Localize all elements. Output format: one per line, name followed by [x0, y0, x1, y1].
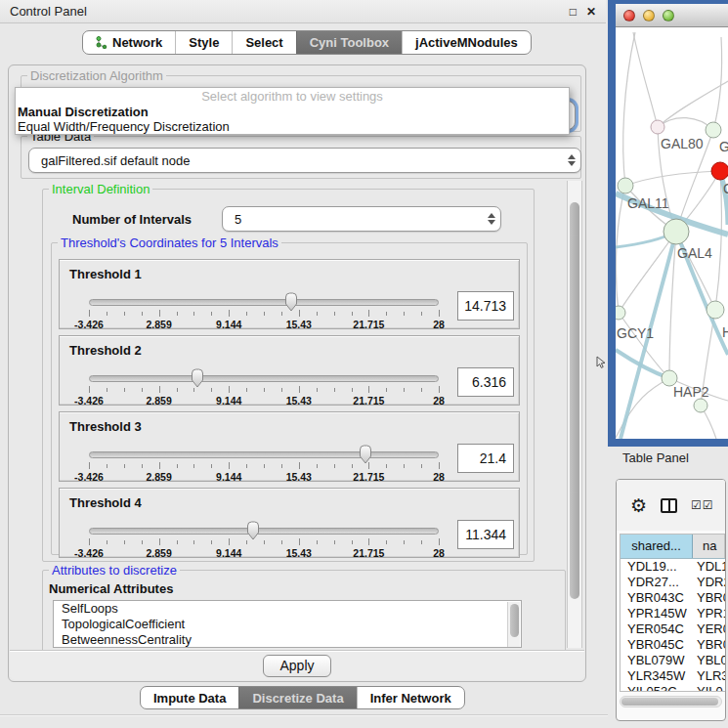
table-row[interactable]: YLR345WYLR3 — [621, 668, 725, 684]
slider-track[interactable] — [89, 375, 439, 382]
table-panel-title: Table Panel — [622, 450, 689, 465]
slider-thumb[interactable] — [283, 292, 299, 312]
panel-scrollbar-thumb[interactable] — [570, 202, 579, 599]
slider-thumb[interactable] — [190, 368, 205, 388]
split-columns-icon[interactable] — [661, 498, 677, 513]
network-node[interactable] — [664, 219, 689, 244]
network-node[interactable] — [707, 301, 724, 319]
threshold-slider-2[interactable]: -3.4262.8599.14415.4321.71528 — [89, 375, 439, 382]
table-hscrollbar[interactable] — [620, 696, 722, 707]
tick-mark — [439, 310, 440, 317]
network-node[interactable] — [618, 178, 633, 193]
table-row[interactable]: YBR045CYBR0 — [621, 637, 725, 653]
network-edge[interactable] — [625, 171, 720, 186]
control-panel-title: Control Panel — [10, 4, 560, 19]
attribute-list-item[interactable]: TopologicalCoefficient — [54, 617, 521, 632]
network-edge[interactable] — [633, 32, 658, 127]
dropdown-option-equal-width-frequency[interactable]: Equal Width/Frequency Discretization — [16, 119, 569, 134]
tab-style[interactable]: Style — [175, 31, 232, 54]
tick-label: -3.426 — [74, 471, 104, 483]
threshold-value-field[interactable]: 14.713 — [457, 291, 514, 321]
list-scrollbar[interactable] — [507, 602, 520, 648]
attribute-list-item[interactable]: BetweennessCentrality — [54, 632, 521, 648]
thresholds-coordinates-group-title: Threshold's Coordinates for 5 Intervals — [58, 236, 281, 250]
tick-label: 9.144 — [216, 319, 241, 330]
threshold-slider-4[interactable]: -3.4262.8599.14415.4321.71528 — [89, 528, 439, 535]
network-node[interactable] — [651, 120, 664, 134]
table-hscrollbar-thumb[interactable] — [621, 698, 718, 706]
table-row[interactable]: YPR145WYPR1 — [621, 606, 725, 621]
zoom-window-icon[interactable] — [663, 10, 674, 21]
network-node[interactable] — [694, 399, 707, 412]
table-row[interactable]: YBL079WYBL0 — [621, 653, 725, 668]
network-canvas[interactable]: GAL80GCGAL11GAL4GCY1HHAP2 — [616, 27, 728, 439]
panel-scrollbar[interactable] — [567, 181, 582, 648]
bottom-tab-discretize-data[interactable]: Discretize Data — [238, 687, 356, 708]
tab-select[interactable]: Select — [232, 31, 295, 54]
slider-thumb[interactable] — [245, 521, 261, 540]
list-scrollbar-thumb[interactable] — [510, 604, 519, 637]
tick-mark — [159, 310, 160, 317]
tick-mark — [352, 388, 353, 392]
tick-mark — [334, 464, 335, 468]
slider-track[interactable] — [89, 451, 439, 458]
slider-track[interactable] — [89, 299, 439, 306]
network-node[interactable] — [711, 162, 728, 180]
threshold-value-field[interactable]: 11.344 — [457, 520, 514, 549]
gear-icon[interactable]: ⚙ — [630, 496, 647, 515]
network-node[interactable] — [616, 306, 625, 320]
cell-name: YER0 — [693, 621, 725, 637]
table-row[interactable]: YIL053CYIL0 — [621, 684, 725, 692]
network-edge[interactable] — [713, 37, 722, 130]
dropdown-option-manual-discretization[interactable]: Manual Discretization — [16, 105, 569, 119]
tick-mark — [211, 464, 212, 468]
tab-cyni-toolbox[interactable]: Cyni Toolbox — [296, 31, 402, 54]
slider-track[interactable] — [89, 528, 439, 535]
float-window-icon[interactable]: □ — [570, 5, 577, 19]
tick-mark — [421, 388, 422, 392]
bottom-tab-infer-network[interactable]: Infer Network — [357, 687, 464, 708]
threshold-slider-1[interactable]: -3.4262.8599.14415.4321.71528 — [89, 299, 439, 306]
threshold-value-field[interactable]: 21.4 — [457, 444, 514, 473]
cell-name: YIL0 — [693, 684, 725, 692]
dropdown-placeholder-option[interactable]: Select algorithm to view settings — [16, 88, 569, 105]
tick-label: 21.715 — [353, 471, 384, 483]
tick-mark — [229, 462, 230, 469]
numerical-attributes-list[interactable]: SelfLoopsTopologicalCoefficientBetweenne… — [53, 600, 522, 648]
column-header-name[interactable]: na — [693, 535, 725, 558]
column-header-shared-name[interactable]: shared... — [621, 535, 693, 558]
slider-thumb[interactable] — [358, 445, 373, 464]
table-row[interactable]: YBR043CYBR0 — [621, 590, 725, 606]
threshold-panel-4: Threshold 4-3.4262.8599.14415.4321.71528… — [59, 488, 520, 558]
table-row[interactable]: YDL19...YDL1 — [621, 559, 725, 575]
bottom-tab-impute-data[interactable]: Impute Data — [141, 687, 238, 708]
network-node[interactable] — [706, 122, 721, 138]
tab-jactivemnodules[interactable]: jActiveMNodules — [402, 31, 531, 54]
network-edge[interactable] — [616, 186, 625, 313]
minimize-window-icon[interactable] — [643, 10, 655, 21]
network-edge[interactable] — [715, 171, 721, 310]
bottom-tab-label: Impute Data — [153, 687, 226, 709]
tab-network[interactable]: Network — [83, 31, 175, 54]
threshold-value-field[interactable]: 6.316 — [457, 367, 514, 397]
table-row[interactable]: YDR27...YDR2 — [621, 575, 725, 590]
tick-mark — [352, 312, 353, 316]
tick-mark — [317, 540, 318, 544]
cell-name: YDL1 — [693, 559, 725, 575]
network-window-titlebar[interactable] — [616, 4, 728, 27]
table-row[interactable]: YER054CYER0 — [621, 621, 725, 637]
threshold-slider-3[interactable]: -3.4262.8599.14415.4321.71528 — [89, 451, 439, 458]
network-edge[interactable] — [623, 32, 635, 186]
network-node-label: GAL4 — [677, 245, 712, 261]
close-panel-icon[interactable]: ✕ — [586, 5, 596, 19]
tick-mark — [124, 388, 125, 392]
network-edge[interactable] — [619, 232, 676, 313]
apply-button[interactable]: Apply — [263, 655, 330, 677]
select-columns-icon[interactable]: ☑☑ — [691, 498, 714, 512]
network-node-label: GAL11 — [627, 195, 669, 211]
tick-mark — [386, 464, 387, 468]
number-of-intervals-spinner[interactable]: 5 — [222, 206, 501, 232]
close-window-icon[interactable] — [623, 10, 635, 21]
table-data-combobox[interactable]: galFiltered.sif default node — [28, 148, 581, 173]
attribute-list-item[interactable]: SelfLoops — [54, 601, 521, 617]
